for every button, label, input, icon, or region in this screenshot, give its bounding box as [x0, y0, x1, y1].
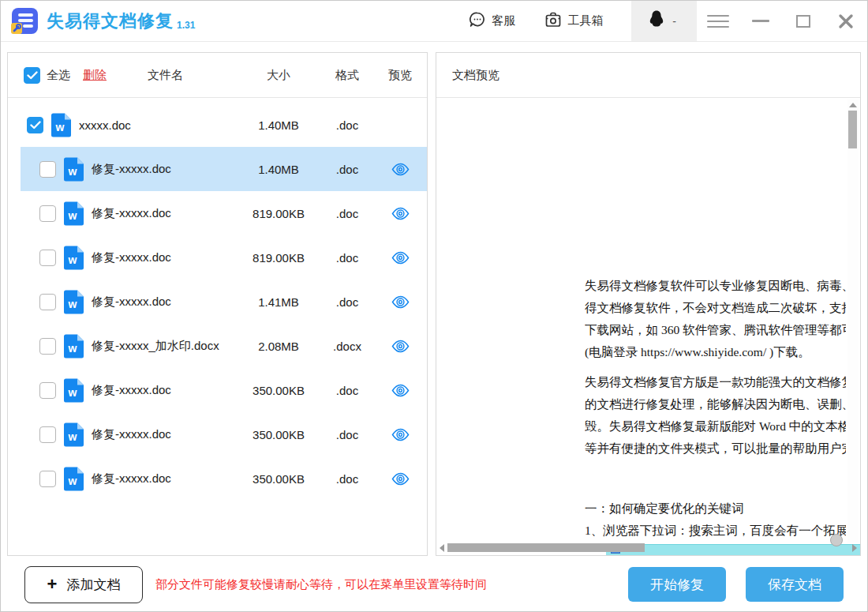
- column-header-size: 大小: [241, 68, 316, 83]
- word-file-icon: w: [62, 201, 85, 226]
- preview-eye-icon[interactable]: [378, 295, 422, 309]
- table-row[interactable]: w 修复-xxxxx.doc 819.00KB .doc: [21, 191, 427, 235]
- file-name: 修复-xxxxx.doc: [92, 250, 241, 265]
- table-row[interactable]: w xxxxx.doc 1.40MB .doc: [21, 103, 427, 147]
- file-list-header: 全选 删除 文件名 大小 格式 预览: [8, 53, 427, 98]
- svg-text:w: w: [68, 342, 77, 355]
- column-header-format: 格式: [316, 68, 378, 83]
- file-name: 修复-xxxxx_加水印.docx: [92, 339, 241, 354]
- file-name: xxxxx.doc: [79, 118, 241, 132]
- toolbox-icon: [544, 10, 563, 32]
- qq-account-button[interactable]: -: [631, 1, 697, 41]
- scroll-up-arrow-icon[interactable]: [849, 103, 857, 107]
- svg-text:w: w: [68, 298, 77, 310]
- menu-button[interactable]: [697, 1, 739, 41]
- preview-eye-icon[interactable]: [378, 340, 422, 353]
- file-name: 修复-xxxxx.doc: [92, 295, 241, 310]
- file-format: .doc: [316, 295, 378, 309]
- delete-link[interactable]: 删除: [83, 68, 107, 83]
- select-all-label[interactable]: 全选: [47, 68, 70, 83]
- file-format: .docx: [316, 340, 378, 353]
- qq-account-label: -: [672, 15, 676, 28]
- row-checkbox[interactable]: [39, 471, 56, 487]
- word-file-icon: w: [62, 422, 85, 447]
- toolbox-button[interactable]: 工具箱: [544, 10, 603, 32]
- file-list: w xxxxx.doc 1.40MB .doc w 修复-xxxxx.doc 1…: [8, 98, 427, 555]
- file-name: 修复-xxxxx.doc: [92, 427, 241, 442]
- add-document-label: 添加文档: [66, 576, 120, 594]
- customer-service-button[interactable]: 客服: [468, 10, 515, 32]
- word-file-icon: w: [50, 113, 73, 137]
- table-row[interactable]: w 修复-xxxxx.doc 1.40MB .doc: [21, 147, 427, 191]
- svg-text:w: w: [68, 430, 77, 443]
- horizontal-scroll-thumb[interactable]: [447, 543, 645, 552]
- word-file-icon: w: [62, 467, 85, 491]
- app-title: 失易得文档修复: [47, 9, 174, 33]
- preview-line: 等并有便捷的文件夹模式，可以批量的帮助用户完成: [585, 437, 846, 460]
- table-row[interactable]: w 修复-xxxxx.doc 350.00KB .doc: [21, 456, 427, 501]
- preview-line: (电脑登录 https://www.shiyide.com/ )下载。: [585, 341, 846, 363]
- preview-eye-icon[interactable]: [378, 251, 422, 265]
- row-checkbox[interactable]: [27, 117, 43, 133]
- file-size: 2.08MB: [241, 340, 316, 353]
- preview-paragraph: 一：如何确定要优化的关键词1、浏览器下拉词：搜索主词，百度会有一个拓展: [585, 497, 846, 542]
- word-file-icon: w: [62, 157, 85, 182]
- table-row[interactable]: w 修复-xxxxx.doc 350.00KB .doc: [21, 368, 427, 412]
- file-format: .doc: [316, 428, 378, 441]
- chat-bubble-icon: [468, 10, 487, 32]
- preview-eye-icon[interactable]: [378, 163, 422, 176]
- vertical-scroll-thumb[interactable]: [848, 111, 857, 148]
- svg-text:w: w: [55, 121, 65, 133]
- file-name: 修复-xxxxx.doc: [92, 162, 241, 177]
- file-format: .doc: [316, 472, 378, 486]
- word-file-icon: w: [62, 246, 85, 270]
- app-window: 失易得文档修复 1.31 客服: [0, 0, 868, 612]
- row-checkbox[interactable]: [39, 338, 56, 355]
- file-format: .doc: [316, 118, 378, 132]
- close-button[interactable]: [825, 1, 867, 41]
- preview-line: 得文档修复软件，不会对文档造成二次破坏，支持把: [585, 297, 846, 319]
- row-checkbox[interactable]: [39, 382, 56, 399]
- preview-eye-icon[interactable]: [378, 428, 422, 441]
- row-checkbox[interactable]: [39, 205, 56, 222]
- maximize-button[interactable]: [782, 1, 825, 41]
- preview-eye-icon[interactable]: [378, 384, 422, 397]
- table-row[interactable]: w 修复-xxxxx.doc 1.41MB .doc: [21, 280, 427, 324]
- horizontal-scrollbar[interactable]: [438, 543, 859, 554]
- file-format: .doc: [316, 207, 378, 220]
- column-header-preview: 预览: [378, 68, 422, 83]
- table-row[interactable]: w 修复-xxxxx.doc 819.00KB .doc: [21, 235, 427, 280]
- file-name: 修复-xxxxx.doc: [92, 471, 241, 486]
- select-all-checkbox[interactable]: [24, 67, 40, 84]
- file-size: 350.00KB: [241, 472, 316, 486]
- preview-eye-icon[interactable]: [378, 207, 422, 220]
- add-document-button[interactable]: + 添加文档: [24, 566, 143, 603]
- word-file-icon: w: [62, 378, 85, 403]
- minimize-button[interactable]: [739, 1, 782, 41]
- app-version: 1.31: [177, 20, 195, 31]
- scroll-right-arrow-icon[interactable]: [852, 544, 857, 552]
- row-checkbox[interactable]: [39, 426, 56, 443]
- minimize-icon: [752, 20, 769, 22]
- app-logo-icon: [10, 7, 39, 36]
- save-document-button[interactable]: 保存文档: [746, 567, 844, 602]
- file-size: 819.00KB: [241, 251, 316, 265]
- maximize-icon: [796, 15, 810, 28]
- preview-line: 一：如何确定要优化的关键词: [585, 497, 846, 520]
- table-row[interactable]: w 修复-xxxxx.doc 350.00KB .doc: [21, 412, 427, 456]
- svg-text:w: w: [68, 209, 77, 222]
- preview-paragraph: 失易得文档修复软件可以专业修复因断电、病毒、误得文档修复软件，不会对文档造成二次…: [585, 275, 846, 363]
- row-checkbox[interactable]: [39, 161, 56, 178]
- footer-notice: 部分文件可能修复较慢请耐心等待，可以在菜单里设置等待时间: [155, 577, 487, 592]
- row-checkbox[interactable]: [39, 294, 56, 310]
- start-repair-button[interactable]: 开始修复: [628, 567, 726, 602]
- table-row[interactable]: w 修复-xxxxx_加水印.docx 2.08MB .docx: [21, 324, 427, 368]
- file-format: .doc: [316, 163, 378, 176]
- file-size: 350.00KB: [241, 384, 316, 397]
- vertical-scrollbar[interactable]: [847, 99, 859, 543]
- file-format: .doc: [316, 384, 378, 397]
- preview-eye-icon[interactable]: [378, 472, 422, 486]
- file-list-panel: 全选 删除 文件名 大小 格式 预览 w xxxxx.doc 1.40MB .d…: [7, 52, 428, 556]
- scroll-left-arrow-icon[interactable]: [440, 544, 444, 552]
- row-checkbox[interactable]: [39, 250, 56, 266]
